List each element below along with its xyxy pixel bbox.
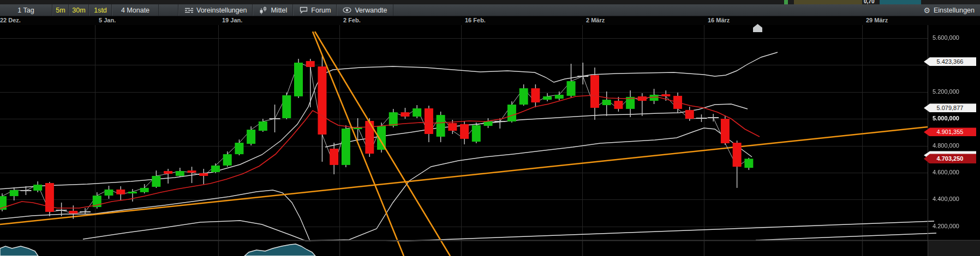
price-label: 4.400,000 <box>933 196 959 202</box>
price-label: 4.800,000 <box>933 142 959 149</box>
trading-chart-window: 0,70 1 Tag 5m 30m 1std 4 Monate <box>0 0 980 256</box>
price-label: 5.200,000 <box>933 88 959 95</box>
chart-plot-area[interactable] <box>0 0 980 256</box>
price-label: 4.600,000 <box>933 169 959 175</box>
price-badge: 5.423,366 <box>924 57 976 66</box>
price-axis[interactable]: 5.600,0005.200,0005.000,0004.800,0004.60… <box>928 25 980 256</box>
price-badge: 4.901,355 <box>924 127 976 136</box>
price-badge: 4.703,250 <box>924 154 976 163</box>
price-label: 5.600,000 <box>933 34 959 41</box>
price-badge: 5.079,877 <box>924 103 976 112</box>
price-label: 4.200,000 <box>933 223 959 229</box>
price-label: 5.000,000 <box>933 115 959 121</box>
